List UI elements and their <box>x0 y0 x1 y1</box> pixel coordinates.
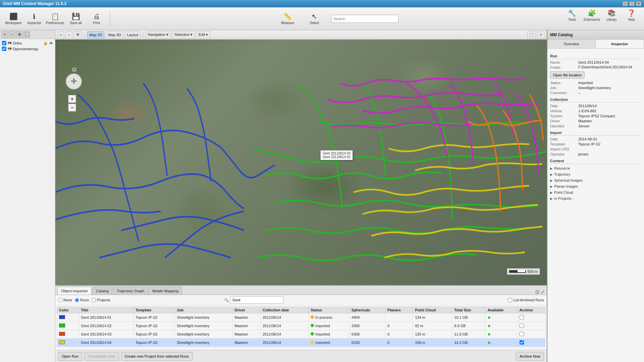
map-tb-add-btn[interactable]: + <box>57 31 64 39</box>
measure-button[interactable]: 📏 Measure <box>278 9 298 28</box>
resource-arrow: ▶ <box>550 167 553 170</box>
col-date[interactable]: Collection date <box>260 307 308 313</box>
archive-row-checkbox[interactable] <box>520 315 524 319</box>
layer-item-osm[interactable]: 🗺 Openstreetmap <box>1 46 54 52</box>
titlebar-controls[interactable]: — □ ✕ <box>623 1 641 6</box>
map2d-tab[interactable]: Map 2D <box>87 31 105 39</box>
library-button[interactable]: 📚 Library <box>602 9 621 28</box>
zoom-in-button[interactable]: + <box>68 95 76 103</box>
layer-icon-osm: 🗺 <box>8 47 11 51</box>
expand-btn[interactable]: ⤢ <box>537 31 545 39</box>
tab-object-inspector[interactable]: Object Inspector <box>57 287 92 295</box>
tab-catalog[interactable]: Catalog <box>92 287 112 295</box>
consolidate-run-button[interactable]: Consolidate Run <box>84 352 119 361</box>
filter-runs[interactable]: Runs <box>75 298 89 302</box>
print-button[interactable]: 🖨 Print <box>87 9 107 28</box>
archive-row-checkbox[interactable] <box>520 332 524 336</box>
col-driver[interactable]: Driver <box>232 307 260 313</box>
col-planars[interactable]: Planars <box>385 307 413 313</box>
layer-toggle-ortho[interactable] <box>2 41 6 45</box>
catalog-tab-inspector[interactable]: Inspector <box>596 40 644 48</box>
col-template[interactable]: Template <box>133 307 174 313</box>
save-all-button[interactable]: 💾 Save all <box>66 9 86 28</box>
map-viewport[interactable]: ✛ N + − Gent 20110614 03 Gent 20110614 0… <box>55 40 547 285</box>
tab-mobile-mapping[interactable]: Mobile Mapping <box>149 287 182 295</box>
content-pointcloud-row[interactable]: ▶ Point Cloud <box>550 189 641 195</box>
cell-status: Imported <box>309 330 349 339</box>
content-projects-row[interactable]: ▶ in Projects : <box>550 195 641 201</box>
table-row[interactable]: Gent 20110614 02 Topcon IP-S2 Streetligh… <box>57 322 545 330</box>
content-trajectory-row[interactable]: ▶ Trajectory <box>550 171 641 177</box>
col-pointcloud[interactable]: Point Cloud <box>413 307 452 313</box>
col-color[interactable]: Color <box>57 307 79 313</box>
maximize-btn[interactable]: □ <box>629 1 635 6</box>
compass-symbol: ✛ <box>71 77 77 86</box>
filter-none[interactable]: None <box>58 298 72 302</box>
cell-size: 10.1 GB <box>452 313 485 322</box>
open-run-button[interactable]: Open Run <box>58 352 82 361</box>
layer-add-btn[interactable]: + <box>1 31 8 38</box>
navigation-dropdown[interactable]: Navigation ▾ <box>146 31 171 39</box>
layer-remove-btn[interactable]: − <box>9 31 15 38</box>
edit-dropdown[interactable]: Edit ▾ <box>196 31 210 39</box>
layer-toggle-osm[interactable] <box>2 47 6 51</box>
cell-status: In process <box>309 313 349 322</box>
filter-projects-radio[interactable] <box>92 298 96 302</box>
col-available[interactable]: Available <box>485 307 517 313</box>
bottom-tab-icons: ⊡ ⤢ <box>535 289 545 295</box>
open-file-location-button[interactable]: Open file location <box>550 71 585 79</box>
col-sphericals[interactable]: Sphericals <box>349 307 385 313</box>
catalog-tab-overview[interactable]: Overview <box>547 40 596 48</box>
filter-runs-radio[interactable] <box>75 298 79 302</box>
filter-projects[interactable]: Projects <box>92 298 110 302</box>
tab-popout-icon[interactable]: ⊡ <box>535 289 539 295</box>
tab-trajectory-graph[interactable]: Trajectory Graph <box>113 287 148 295</box>
archive-now-button[interactable]: Archive Now <box>516 352 544 361</box>
create-project-button[interactable]: Create new Project from selected Runs <box>121 352 193 361</box>
col-status[interactable]: Status <box>309 307 349 313</box>
table-row[interactable]: Gent 20110614 04 Topcon IP-S2 Streetligh… <box>57 339 545 347</box>
selection-dropdown[interactable]: Selection ▾ <box>172 31 195 39</box>
minimize-btn[interactable]: — <box>623 1 628 6</box>
zoom-out-button[interactable]: − <box>68 104 76 112</box>
content-planar-row[interactable]: ▶ Planar Images <box>550 183 641 189</box>
fullscreen-btn[interactable]: ⛶ <box>527 31 536 39</box>
col-job[interactable]: Job <box>175 307 232 313</box>
col-archive[interactable]: Archive <box>517 307 545 313</box>
content-spherical-row[interactable]: ▶ Spherical Images <box>550 177 641 183</box>
map-tb-settings-btn[interactable]: ⚙ <box>74 31 82 39</box>
preferences-button[interactable]: 📋 Preferences <box>45 9 65 28</box>
archive-row-checkbox[interactable] <box>520 323 524 328</box>
cell-color <box>57 330 79 339</box>
extensions-button[interactable]: 🧩 Extensions <box>583 9 601 28</box>
import-template-row: Template Topcon IP-S2 <box>550 142 641 146</box>
content-resource-row[interactable]: ▶ Resource <box>550 165 641 171</box>
layer-fullscreen-btn[interactable]: ⛶ <box>23 31 30 38</box>
inspector-button[interactable]: ℹ Inspector <box>24 9 44 28</box>
archive-row-checkbox[interactable] <box>520 340 524 345</box>
table-row[interactable]: Gent 20110614 01 Topcon IP-S2 Streetligh… <box>57 313 545 322</box>
col-title[interactable]: Title <box>79 307 133 313</box>
layout-tab[interactable]: Layout <box>125 31 141 39</box>
filter-none-radio[interactable] <box>58 298 62 302</box>
layer-item-ortho[interactable]: 🗺 Ortho 🔒 👁 <box>1 40 54 46</box>
col-size[interactable]: Total Size <box>452 307 485 313</box>
close-btn[interactable]: ✕ <box>636 1 641 6</box>
archive-checkbox[interactable] <box>508 298 512 302</box>
print-icon: 🖨 <box>93 13 100 20</box>
select-button[interactable]: ↖ Select <box>305 9 325 28</box>
tools-icon: 🔧 <box>568 9 576 17</box>
tab-maximize-icon[interactable]: ⤢ <box>541 289 545 295</box>
map3d-tab[interactable]: Map 3D <box>106 31 123 39</box>
catalog-header: MM Catalog <box>547 30 644 40</box>
tools-button[interactable]: 🔧 Tools <box>563 9 581 28</box>
workspace-button[interactable]: ⬛ Workspace <box>3 9 23 28</box>
map-tb-remove-btn[interactable]: − <box>65 31 72 39</box>
layers-list: 🗺 Ortho 🔒 👁 🗺 Openstreetmap <box>0 39 55 53</box>
scale-label: 500 m <box>527 269 538 274</box>
help-button[interactable]: ❓ Help <box>622 9 641 28</box>
layer-settings-btn[interactable]: ⚙ <box>16 31 23 38</box>
search-filter-input[interactable] <box>230 296 284 304</box>
search-input[interactable] <box>331 15 398 23</box>
table-row[interactable]: Gent 20110614 03 Topcon IP-S2 Streetligh… <box>57 330 545 339</box>
